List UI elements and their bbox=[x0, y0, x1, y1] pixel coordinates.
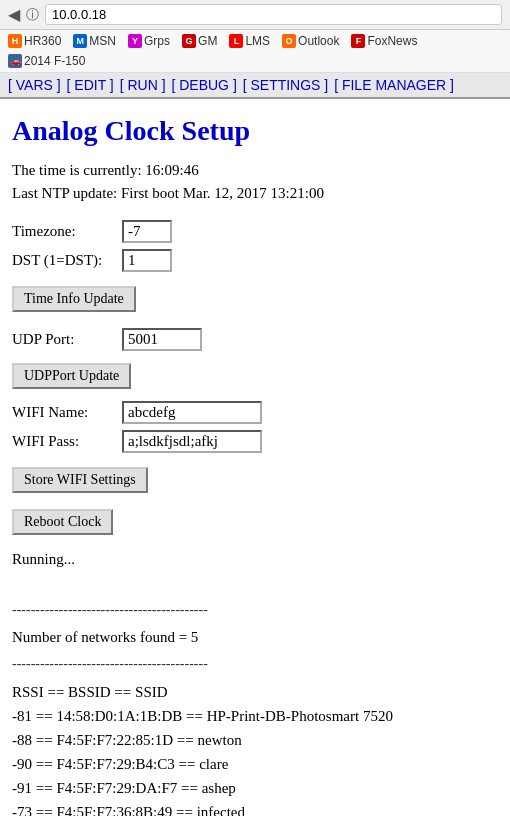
output-line2: -88 == F4:5F:F7:22:85:1D == newton bbox=[12, 728, 498, 752]
output-line5: -73 == F4:5F:F7:36:8B:49 == infected bbox=[12, 800, 498, 816]
udp-label: UDP Port: bbox=[12, 331, 122, 348]
output-blank1 bbox=[12, 571, 498, 595]
nav-bar: [ VARS ] [ EDIT ] [ RUN ] [ DEBUG ] [ SE… bbox=[0, 73, 510, 99]
output-section: Running... -----------------------------… bbox=[12, 547, 498, 816]
time-update-row: Time Info Update bbox=[12, 278, 498, 320]
wifi-name-label: WIFI Name: bbox=[12, 404, 122, 421]
bookmark-label-msn: MSN bbox=[89, 34, 116, 48]
timezone-label: Timezone: bbox=[12, 223, 122, 240]
output-rssi-header: RSSI == BSSID == SSID bbox=[12, 680, 498, 704]
time-update-button[interactable]: Time Info Update bbox=[12, 286, 136, 312]
bookmark-icon-hr360: H bbox=[8, 34, 22, 48]
bookmarks-bar: H HR360 M MSN Y Grps G GM L LMS O Outloo… bbox=[0, 30, 510, 73]
bookmark-icon-lms: L bbox=[229, 34, 243, 48]
udp-update-row: UDPPort Update bbox=[12, 355, 498, 397]
wifi-pass-label: WIFI Pass: bbox=[12, 433, 122, 450]
bookmark-label-foxnews: FoxNews bbox=[367, 34, 417, 48]
dst-label: DST (1=DST): bbox=[12, 252, 122, 269]
dst-row: DST (1=DST): bbox=[12, 249, 498, 272]
udp-update-button[interactable]: UDPPort Update bbox=[12, 363, 131, 389]
bookmark-label-lms: LMS bbox=[245, 34, 270, 48]
output-line3: -90 == F4:5F:F7:29:B4:C3 == clare bbox=[12, 752, 498, 776]
bookmark-hr360[interactable]: H HR360 bbox=[4, 33, 65, 49]
reboot-row: Reboot Clock bbox=[12, 501, 498, 543]
bookmark-icon-f150: 🚗 bbox=[8, 54, 22, 68]
bookmark-label-hr360: HR360 bbox=[24, 34, 61, 48]
timezone-row: Timezone: bbox=[12, 220, 498, 243]
udp-row: UDP Port: bbox=[12, 328, 498, 351]
bookmark-msn[interactable]: M MSN bbox=[69, 33, 120, 49]
udp-input[interactable] bbox=[122, 328, 202, 351]
bookmark-gm[interactable]: G GM bbox=[178, 33, 221, 49]
nav-vars[interactable]: [ VARS ] bbox=[8, 77, 61, 93]
bookmark-lms[interactable]: L LMS bbox=[225, 33, 274, 49]
nav-run[interactable]: [ RUN ] bbox=[120, 77, 166, 93]
wifi-name-input[interactable] bbox=[122, 401, 262, 424]
wifi-pass-row: WIFI Pass: bbox=[12, 430, 498, 453]
current-time-label: The time is currently: 16:09:46 bbox=[12, 159, 498, 182]
browser-bar: ◀ ⓘ 10.0.0.18 bbox=[0, 0, 510, 30]
time-info-section: The time is currently: 16:09:46 Last NTP… bbox=[12, 159, 498, 204]
output-line1: -81 == 14:58:D0:1A:1B:DB == HP-Print-DB-… bbox=[12, 704, 498, 728]
page-content: Analog Clock Setup The time is currently… bbox=[0, 99, 510, 816]
output-divider1: ----------------------------------------… bbox=[12, 599, 498, 621]
bookmark-icon-msn: M bbox=[73, 34, 87, 48]
nav-settings[interactable]: [ SETTINGS ] bbox=[243, 77, 329, 93]
dst-input[interactable] bbox=[122, 249, 172, 272]
bookmark-icon-gm: G bbox=[182, 34, 196, 48]
bookmark-label-f150: 2014 F-150 bbox=[24, 54, 85, 68]
back-button[interactable]: ◀ bbox=[8, 5, 20, 24]
nav-edit[interactable]: [ EDIT ] bbox=[67, 77, 114, 93]
ntp-label: Last NTP update: First boot Mar. 12, 201… bbox=[12, 182, 498, 205]
nav-file-manager[interactable]: [ FILE MANAGER ] bbox=[334, 77, 454, 93]
bookmark-icon-outlook: O bbox=[282, 34, 296, 48]
bookmark-label-grps: Grps bbox=[144, 34, 170, 48]
bookmark-icon-grps: Y bbox=[128, 34, 142, 48]
bookmark-foxnews[interactable]: F FoxNews bbox=[347, 33, 421, 49]
store-wifi-row: Store WIFI Settings bbox=[12, 459, 498, 501]
bookmark-outlook[interactable]: O Outlook bbox=[278, 33, 343, 49]
url-bar[interactable]: 10.0.0.18 bbox=[45, 4, 502, 25]
info-icon: ⓘ bbox=[26, 6, 39, 24]
nav-debug[interactable]: [ DEBUG ] bbox=[171, 77, 236, 93]
reboot-button[interactable]: Reboot Clock bbox=[12, 509, 113, 535]
wifi-pass-input[interactable] bbox=[122, 430, 262, 453]
output-running: Running... bbox=[12, 547, 498, 571]
wifi-name-row: WIFI Name: bbox=[12, 401, 498, 424]
output-networks: Number of networks found = 5 bbox=[12, 625, 498, 649]
output-line4: -91 == F4:5F:F7:29:DA:F7 == ashep bbox=[12, 776, 498, 800]
bookmark-label-gm: GM bbox=[198, 34, 217, 48]
store-wifi-button[interactable]: Store WIFI Settings bbox=[12, 467, 148, 493]
page-title: Analog Clock Setup bbox=[12, 115, 498, 147]
timezone-input[interactable] bbox=[122, 220, 172, 243]
bookmark-f150[interactable]: 🚗 2014 F-150 bbox=[4, 53, 89, 69]
bookmark-grps[interactable]: Y Grps bbox=[124, 33, 174, 49]
wifi-section: WIFI Name: WIFI Pass: Store WIFI Setting… bbox=[12, 401, 498, 501]
bookmark-label-outlook: Outlook bbox=[298, 34, 339, 48]
bookmark-icon-foxnews: F bbox=[351, 34, 365, 48]
output-divider2: ----------------------------------------… bbox=[12, 653, 498, 675]
